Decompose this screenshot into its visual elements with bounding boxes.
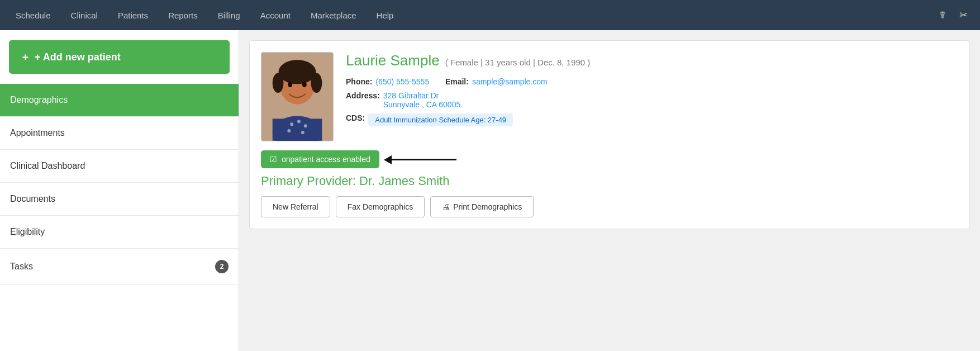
- sidebar-menu: Demographics Appointments Clinical Dashb…: [0, 84, 239, 351]
- arrow-line: [389, 159, 456, 160]
- onpatient-row: ☑ onpatient access enabled: [261, 150, 956, 168]
- nav-account[interactable]: Account: [250, 0, 301, 30]
- nav-clinical[interactable]: Clinical: [61, 0, 108, 30]
- address-block: 328 Gibraltar Dr Sunnyvale , CA 60005: [383, 91, 461, 109]
- sidebar-item-eligibility[interactable]: Eligibility: [0, 216, 239, 249]
- email-value: sample@sample.com: [472, 77, 548, 86]
- phone-value: (650) 555-5555: [375, 77, 429, 86]
- address-row: Address: 328 Gibraltar Dr Sunnyvale , CA…: [346, 91, 956, 109]
- svg-point-3: [279, 60, 316, 84]
- fax-demographics-button[interactable]: Fax Demographics: [336, 196, 425, 217]
- documents-label: Documents: [10, 194, 55, 204]
- print-demographics-button[interactable]: 🖨 Print Demographics: [430, 196, 534, 217]
- cds-row: CDS: Adult Immunization Schedule Age: 27…: [346, 113, 956, 126]
- cut-icon[interactable]: ✂: [953, 0, 974, 30]
- phone-label: Phone:: [346, 77, 372, 86]
- new-referral-label: New Referral: [273, 202, 318, 211]
- cds-label: CDS:: [346, 113, 365, 122]
- nav-help[interactable]: Help: [367, 0, 404, 30]
- svg-point-5: [311, 73, 322, 93]
- content-area: Laurie Sample ( Female | 31 years old | …: [239, 30, 980, 351]
- svg-point-10: [290, 122, 293, 126]
- tasks-badge: 2: [215, 260, 229, 273]
- svg-point-11: [297, 120, 301, 123]
- patient-name-row: Laurie Sample ( Female | 31 years old | …: [346, 52, 956, 69]
- arrow-indicator: [389, 159, 456, 160]
- clinical-dashboard-label: Clinical Dashboard: [10, 161, 85, 171]
- sidebar-item-tasks[interactable]: Tasks 2: [0, 249, 239, 285]
- svg-rect-9: [273, 118, 322, 140]
- sidebar-item-demographics[interactable]: Demographics: [0, 84, 239, 117]
- main-layout: ＋ + Add new patient Demographics Appoint…: [0, 30, 980, 351]
- patient-card: Laurie Sample ( Female | 31 years old | …: [249, 40, 970, 229]
- caduceus-icon[interactable]: ☤: [933, 0, 953, 30]
- nav-billing[interactable]: Billing: [208, 0, 250, 30]
- print-demographics-label: Print Demographics: [453, 202, 522, 211]
- patient-header: Laurie Sample ( Female | 31 years old | …: [261, 52, 956, 141]
- patient-name: Laurie Sample: [346, 52, 440, 69]
- patient-details: Phone: (650) 555-5555 Email: sample@samp…: [346, 77, 956, 126]
- print-icon: 🖨: [442, 202, 450, 211]
- svg-point-13: [287, 129, 291, 132]
- action-buttons: New Referral Fax Demographics 🖨 Print De…: [261, 196, 956, 217]
- navbar: Schedule Clinical Patients Reports Billi…: [0, 0, 980, 30]
- address-label: Address:: [346, 91, 380, 100]
- checkmark-icon: ☑: [270, 155, 277, 164]
- sidebar-item-clinical-dashboard[interactable]: Clinical Dashboard: [0, 150, 239, 183]
- demographics-label: Demographics: [10, 95, 68, 105]
- nav-reports[interactable]: Reports: [158, 0, 208, 30]
- appointments-label: Appointments: [10, 128, 65, 138]
- email-label: Email:: [445, 77, 469, 86]
- sidebar: ＋ + Add new patient Demographics Appoint…: [0, 30, 239, 351]
- add-patient-label: + Add new patient: [35, 51, 121, 63]
- svg-point-6: [288, 82, 292, 87]
- add-new-patient-button[interactable]: ＋ + Add new patient: [9, 40, 230, 74]
- nav-patients[interactable]: Patients: [108, 0, 158, 30]
- patient-demographics: ( Female | 31 years old | Dec. 8, 1990 ): [445, 58, 591, 67]
- phone-row: Phone: (650) 555-5555 Email: sample@samp…: [346, 77, 956, 87]
- plus-icon: ＋: [20, 50, 30, 64]
- patient-info: Laurie Sample ( Female | 31 years old | …: [346, 52, 956, 126]
- fax-demographics-label: Fax Demographics: [348, 202, 413, 211]
- eligibility-label: Eligibility: [10, 227, 45, 237]
- sidebar-item-documents[interactable]: Documents: [0, 183, 239, 216]
- onpatient-badge[interactable]: ☑ onpatient access enabled: [261, 150, 379, 168]
- svg-point-4: [273, 73, 284, 93]
- primary-provider: Primary Provider: Dr. James Smith: [261, 174, 956, 188]
- svg-point-12: [304, 124, 307, 127]
- nav-schedule[interactable]: Schedule: [6, 0, 61, 30]
- svg-point-7: [302, 82, 307, 87]
- tasks-label: Tasks: [10, 262, 33, 272]
- new-referral-button[interactable]: New Referral: [261, 196, 330, 217]
- address-line2: Sunnyvale , CA 60005: [383, 100, 461, 109]
- svg-point-14: [301, 131, 305, 134]
- sidebar-item-appointments[interactable]: Appointments: [0, 117, 239, 150]
- address-line1: 328 Gibraltar Dr: [383, 91, 461, 100]
- cds-value: Adult Immunization Schedule Age: 27-49: [368, 113, 513, 126]
- onpatient-label: onpatient access enabled: [282, 155, 370, 164]
- patient-photo: [261, 52, 334, 141]
- nav-marketplace[interactable]: Marketplace: [301, 0, 367, 30]
